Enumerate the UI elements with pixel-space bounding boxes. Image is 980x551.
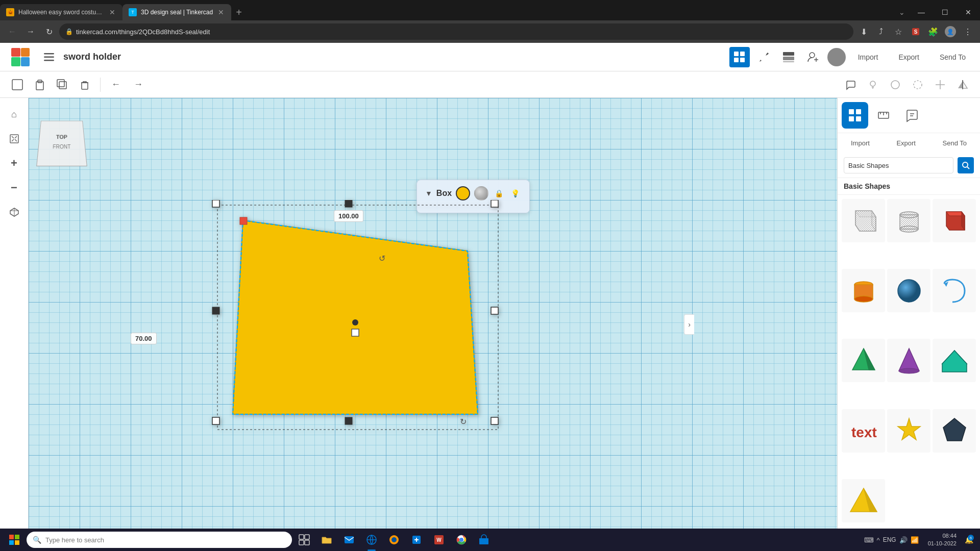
taskbar-app-firefox[interactable] xyxy=(384,530,404,550)
grid-view-button[interactable] xyxy=(729,47,750,67)
export-panel-button[interactable]: Export xyxy=(889,136,923,150)
tinkercad-logo[interactable] xyxy=(6,47,35,67)
pickaxe-button[interactable] xyxy=(754,47,774,67)
hamburger-button[interactable] xyxy=(41,49,57,65)
panel-search-input[interactable] xyxy=(844,157,953,173)
zoom-in-button[interactable]: + xyxy=(4,153,24,173)
color-gray-swatch[interactable] xyxy=(474,186,488,201)
system-clock[interactable]: 08:44 01-10-2022 xyxy=(925,532,960,548)
panel-search-button[interactable] xyxy=(958,157,974,173)
export-button[interactable]: Export xyxy=(890,49,927,65)
svg-rect-90 xyxy=(299,540,304,545)
shape-button[interactable] xyxy=(886,76,904,94)
redo-button[interactable]: → xyxy=(129,76,148,94)
duplicate-button[interactable] xyxy=(53,76,71,94)
taskbar-app-explorer[interactable] xyxy=(316,530,337,550)
circle-button[interactable] xyxy=(909,76,927,94)
volume-icon[interactable]: 🔊 xyxy=(899,536,908,544)
layers-button[interactable] xyxy=(778,47,799,67)
network-icon[interactable]: 📶 xyxy=(911,536,919,544)
shape-pyramid-yellow[interactable] xyxy=(842,479,885,522)
align-button[interactable] xyxy=(931,76,949,94)
import-panel-button[interactable]: Import xyxy=(844,136,877,150)
maximize-button[interactable]: ☐ xyxy=(933,4,957,20)
tab-tinkercad[interactable]: T 3D design seal | Tinkercad ✕ xyxy=(122,4,231,20)
extension2-icon[interactable]: 🧩 xyxy=(925,23,941,40)
tab-overflow-button[interactable]: ⌄ xyxy=(894,4,910,20)
system-tray: ⌨ ^ ENG 🔊 📶 xyxy=(860,536,923,544)
send-to-panel-button[interactable]: Send To xyxy=(936,136,974,150)
new-tab-button[interactable]: + xyxy=(231,4,247,20)
mirror-button[interactable] xyxy=(953,76,972,94)
svg-marker-41 xyxy=(233,220,478,414)
taskbar-app-wps[interactable]: W xyxy=(429,530,449,550)
forward-button[interactable]: → xyxy=(22,23,39,40)
taskbar-app-outlook[interactable] xyxy=(339,530,359,550)
send-to-button[interactable]: Send To xyxy=(932,49,974,65)
taskbar-app-store[interactable] xyxy=(474,530,494,550)
start-button[interactable] xyxy=(4,531,24,549)
svg-rect-11 xyxy=(783,61,794,62)
shape-box-red[interactable] xyxy=(933,199,976,242)
bookmark-icon[interactable]: ☆ xyxy=(890,23,906,40)
panel-tab-notes[interactable] xyxy=(899,102,925,129)
share-icon[interactable]: ⤴ xyxy=(873,23,889,40)
profile-icon[interactable]: 👤 xyxy=(942,23,959,40)
shape-pentagon-navy[interactable] xyxy=(933,409,976,453)
viewport[interactable]: TOP FRONT ▼ Box 🔒 💡 xyxy=(29,98,837,551)
download-icon[interactable]: ⬇ xyxy=(855,23,872,40)
panel-collapse-button[interactable]: › xyxy=(684,314,694,335)
keyboard-icon[interactable]: ⌨ xyxy=(864,536,874,544)
back-button[interactable]: ← xyxy=(4,23,20,40)
panel-tab-grid[interactable] xyxy=(842,102,868,129)
box-popup-collapse[interactable]: ▼ xyxy=(425,189,432,197)
shape-container[interactable]: ↺ ↻ xyxy=(202,200,508,447)
home-button[interactable]: ⌂ xyxy=(4,104,24,124)
user-avatar[interactable] xyxy=(827,48,846,66)
light-bulb-button[interactable] xyxy=(864,76,882,94)
shape-text-red[interactable]: text xyxy=(842,409,885,453)
minimize-button[interactable]: — xyxy=(910,4,933,20)
3d-view-button[interactable] xyxy=(4,202,24,222)
refresh-button[interactable]: ↻ xyxy=(41,23,57,40)
paste-button[interactable] xyxy=(31,76,49,94)
zoom-out-button[interactable]: − xyxy=(4,178,24,198)
view-cube[interactable]: TOP FRONT xyxy=(39,118,90,180)
shape-cylinder-striped[interactable] xyxy=(887,199,930,242)
import-button[interactable]: Import xyxy=(850,49,887,65)
comment-button[interactable] xyxy=(841,76,860,94)
undo-button[interactable]: ← xyxy=(107,76,125,94)
more-options-icon[interactable]: ⋮ xyxy=(960,23,976,40)
box-popup-title: Box xyxy=(436,189,452,198)
taskbar-app-taskview[interactable] xyxy=(294,530,314,550)
shape-cylinder-orange[interactable] xyxy=(842,269,885,312)
tab-halloween[interactable]: 🎃 Halloween easy sword costume ✕ xyxy=(0,4,122,20)
shape-pyramid-green[interactable] xyxy=(842,339,885,382)
color-yellow-swatch[interactable] xyxy=(456,186,470,201)
shape-roof-teal[interactable] xyxy=(933,339,976,382)
address-bar[interactable]: 🔒 tinkercad.com/things/2QDcBd8hhdS-seal/… xyxy=(59,23,853,40)
taskbar-app-chrome[interactable] xyxy=(451,530,472,550)
light-popup-icon[interactable]: 💡 xyxy=(509,187,521,199)
shape-box-striped[interactable] xyxy=(842,199,885,242)
svg-point-96 xyxy=(391,537,397,542)
taskbar-app-app2[interactable] xyxy=(406,530,427,550)
shape-sphere-blue[interactable] xyxy=(887,269,930,312)
close-button[interactable]: ✕ xyxy=(957,4,980,20)
delete-button[interactable] xyxy=(76,76,94,94)
taskbar-app-browser[interactable] xyxy=(361,530,382,550)
tab-close-halloween[interactable]: ✕ xyxy=(108,8,116,16)
extension1-icon[interactable]: S xyxy=(908,23,924,40)
shape-cone-purple[interactable] xyxy=(887,339,930,382)
panel-tab-ruler[interactable] xyxy=(870,102,897,129)
lock-popup-icon[interactable]: 🔒 xyxy=(493,187,505,199)
shape-star-yellow[interactable] xyxy=(887,409,930,453)
tab-close-tinkercad[interactable]: ✕ xyxy=(217,8,225,16)
chevron-icon[interactable]: ^ xyxy=(877,536,880,544)
shape-text-blue[interactable] xyxy=(933,269,976,312)
notification-button[interactable]: 🔔 6 xyxy=(962,533,976,547)
taskbar-search-bar[interactable]: 🔍 Type here to search xyxy=(27,532,292,548)
add-user-button[interactable] xyxy=(803,47,823,67)
fit-view-button[interactable] xyxy=(4,129,24,149)
add-shape-button[interactable] xyxy=(8,76,27,94)
